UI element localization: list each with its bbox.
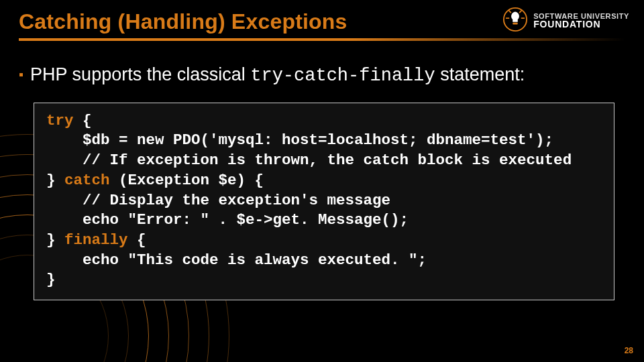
bullet-code: try-catch-finally (250, 66, 435, 86)
lightbulb-icon (502, 7, 528, 35)
logo: SOFTWARE UNIVERSITY FOUNDATION (502, 7, 629, 35)
bullet-text-pre: PHP supports the classical (30, 64, 250, 84)
bullet-icon: ▪ (19, 66, 23, 83)
page-number: 28 (625, 346, 633, 355)
svg-rect-1 (513, 23, 518, 25)
bullet-line: ▪ PHP supports the classical try-catch-f… (19, 64, 625, 88)
code-block: try { $db = new PDO('mysql: host=localho… (34, 103, 614, 300)
bullet-text-post: statement: (435, 64, 525, 84)
title-underline (19, 38, 625, 41)
logo-line2: FOUNDATION (533, 20, 629, 29)
